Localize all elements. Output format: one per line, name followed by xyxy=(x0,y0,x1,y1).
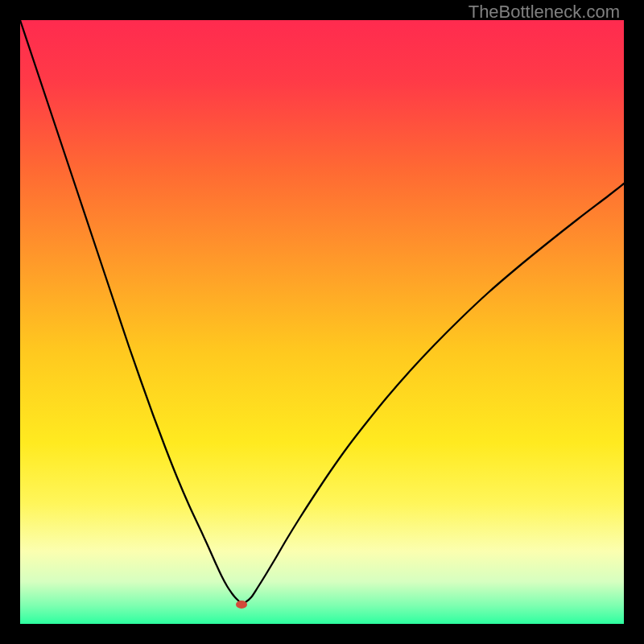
image-root: TheBottleneck.com xyxy=(0,0,644,644)
watermark-text: TheBottleneck.com xyxy=(469,2,620,23)
minimum-marker xyxy=(236,601,247,609)
gradient-chart xyxy=(0,0,644,644)
svg-rect-1 xyxy=(20,20,624,624)
